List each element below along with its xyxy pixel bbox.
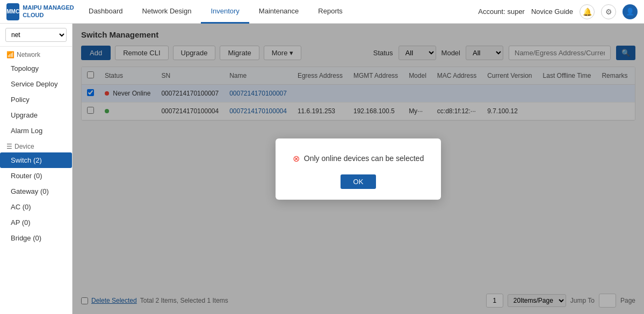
logo-area: MMC MAIPU MANAGED CLOUD: [6, 3, 79, 20]
nav-items: Dashboard Network Design Inventory Maint…: [79, 0, 478, 24]
settings-icon[interactable]: ⚙: [601, 4, 616, 19]
nav-reports[interactable]: Reports: [308, 0, 352, 24]
sidebar-select-wrap: net: [0, 24, 72, 47]
sidebar-item-bridge[interactable]: Bridge (0): [0, 230, 72, 246]
network-select[interactable]: net: [5, 28, 67, 42]
nav-right: Account: super Novice Guide 🔔 ⚙ 👤: [478, 4, 638, 19]
logo-text: MAIPU MANAGED CLOUD: [23, 4, 79, 18]
nav-network-design[interactable]: Network Design: [133, 0, 201, 24]
sidebar-network-section: 📶 Network: [0, 47, 72, 61]
novice-guide-link[interactable]: Novice Guide: [531, 8, 573, 16]
sidebar-device-section: ☰ Device: [0, 138, 72, 152]
sidebar-item-alarm-log[interactable]: Alarm Log: [0, 123, 72, 138]
sidebar-item-ap[interactable]: AP (0): [0, 215, 72, 230]
sidebar-item-service-deploy[interactable]: Service Deploy: [0, 76, 72, 92]
nav-maintenance[interactable]: Maintenance: [249, 0, 308, 24]
sidebar-item-switch[interactable]: Switch (2): [0, 152, 72, 168]
sidebar-item-topology[interactable]: Topology: [0, 61, 72, 76]
network-icon: 📶: [6, 51, 15, 59]
sidebar-item-upgrade[interactable]: Upgrade: [0, 107, 72, 123]
logo-icon: MMC: [6, 3, 19, 20]
device-icon: ☰: [6, 143, 12, 150]
sidebar-item-policy[interactable]: Policy: [0, 92, 72, 107]
modal-message: ⊗ Only online devices can be selected: [293, 154, 424, 164]
nav-dashboard[interactable]: Dashboard: [79, 0, 133, 24]
modal-box: ⊗ Only online devices can be selected OK: [276, 138, 441, 200]
modal-ok-button[interactable]: OK: [341, 174, 377, 189]
notification-icon[interactable]: 🔔: [580, 4, 595, 19]
error-icon: ⊗: [293, 154, 300, 164]
account-label: Account: super: [478, 8, 525, 16]
sidebar: net 📶 Network Topology Service Deploy Po…: [0, 24, 73, 314]
modal-overlay: ⊗ Only online devices can be selected OK: [73, 24, 644, 314]
modal-message-text: Only online devices can be selected: [304, 154, 424, 163]
sidebar-item-router[interactable]: Router (0): [0, 168, 72, 184]
sidebar-item-ac[interactable]: AC (0): [0, 199, 72, 215]
sidebar-item-gateway[interactable]: Gateway (0): [0, 184, 72, 199]
user-avatar[interactable]: 👤: [623, 4, 638, 19]
top-navigation: MMC MAIPU MANAGED CLOUD Dashboard Networ…: [0, 0, 644, 24]
content-area: Switch Management Add Remote CLI Upgrade…: [73, 24, 644, 314]
main-layout: net 📶 Network Topology Service Deploy Po…: [0, 24, 644, 314]
nav-inventory[interactable]: Inventory: [201, 0, 249, 24]
